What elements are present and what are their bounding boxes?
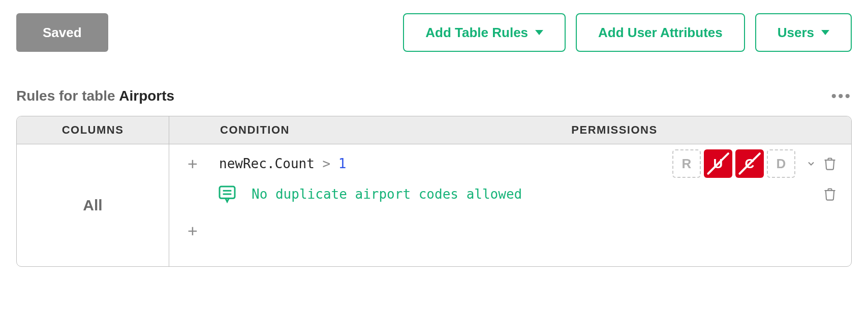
rule-row: + newRec.Count > 1 R U C D — [169, 144, 851, 183]
permissions-expand-button[interactable] — [803, 156, 819, 171]
add-user-attributes-label: Add User Attributes — [598, 25, 723, 41]
delete-memo-button[interactable] — [823, 187, 837, 201]
condition-variable: newRec.Count — [219, 156, 315, 171]
saved-button: Saved — [16, 13, 108, 52]
table-body-row: All + newRec.Count > 1 R U C D — [17, 144, 851, 266]
add-memo-button[interactable]: + — [183, 154, 202, 173]
section-title: Rules for table Airports — [16, 88, 174, 104]
add-rule-button[interactable]: + — [183, 222, 202, 240]
permissions-block: R U C D — [672, 149, 819, 178]
header-permissions: PERMISSIONS — [378, 116, 851, 144]
memo-row: No duplicate airport codes allowed — [169, 183, 851, 214]
users-button[interactable]: Users — [755, 13, 852, 52]
permission-update[interactable]: U — [704, 149, 732, 178]
permission-delete[interactable]: D — [767, 149, 795, 178]
header-condition: CONDITION — [169, 116, 378, 144]
add-table-rules-button[interactable]: Add Table Rules — [403, 13, 566, 52]
add-table-rules-label: Add Table Rules — [425, 25, 528, 41]
permission-read[interactable]: R — [672, 149, 701, 178]
condition-value: 1 — [338, 156, 347, 171]
users-label: Users — [778, 25, 814, 41]
section-header: Rules for table Airports ••• — [0, 52, 868, 111]
header-columns: COLUMNS — [17, 116, 169, 144]
condition-expression[interactable]: newRec.Count > 1 — [209, 156, 346, 171]
section-title-prefix: Rules for table — [16, 88, 119, 104]
rules-cell: + newRec.Count > 1 R U C D — [169, 144, 851, 266]
trash-icon — [823, 187, 837, 201]
more-options-icon[interactable]: ••• — [831, 87, 852, 105]
memo-icon[interactable] — [217, 184, 237, 204]
chevron-down-icon — [806, 159, 816, 169]
delete-rule-button[interactable] — [823, 157, 837, 171]
permission-create[interactable]: C — [735, 149, 764, 178]
rules-table: COLUMNS CONDITION PERMISSIONS All + newR… — [16, 116, 852, 267]
condition-operator: > — [323, 156, 331, 171]
chevron-down-icon — [535, 30, 543, 35]
columns-cell[interactable]: All — [17, 144, 169, 266]
section-title-table: Airports — [119, 88, 174, 104]
svg-rect-0 — [220, 186, 235, 198]
chevron-down-icon — [821, 30, 829, 35]
table-header-row: COLUMNS CONDITION PERMISSIONS — [17, 116, 851, 144]
toolbar: Saved Add Table Rules Add User Attribute… — [0, 0, 868, 52]
add-user-attributes-button[interactable]: Add User Attributes — [576, 13, 745, 52]
comment-icon — [217, 184, 237, 204]
trash-icon — [823, 157, 837, 171]
add-rule-row: + — [169, 214, 851, 254]
memo-text[interactable]: No duplicate airport codes allowed — [252, 186, 522, 202]
